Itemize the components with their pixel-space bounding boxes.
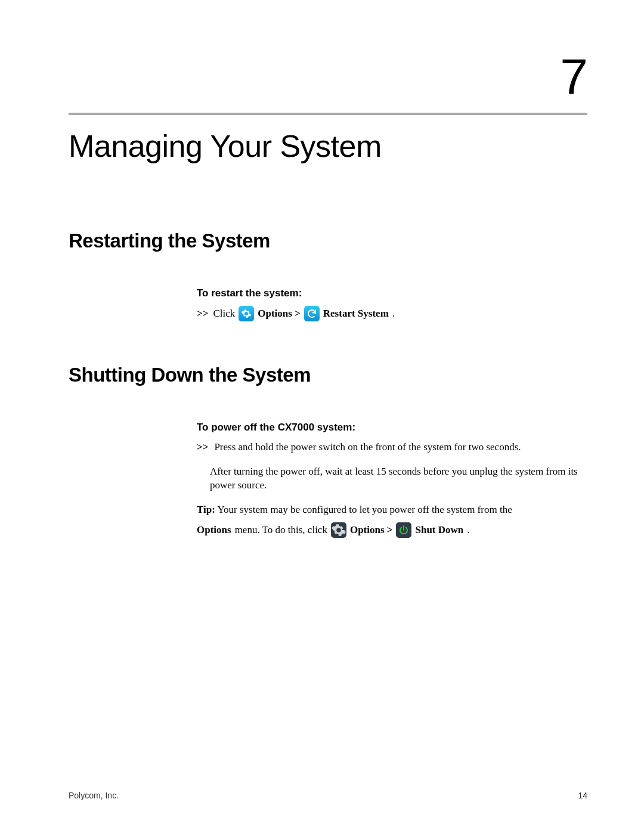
gear-dark-icon xyxy=(331,522,346,538)
restart-step-row: >> Click Options > Restart System. xyxy=(197,306,587,322)
restart-system-label: Restart System xyxy=(323,307,389,321)
shutdown-label: Shut Down xyxy=(415,524,463,537)
tip-row-1: Tip: Your system may be configured to le… xyxy=(197,503,587,517)
menu-text: menu. To do this, click xyxy=(235,524,327,537)
power-icon xyxy=(396,522,411,538)
footer-page-number: 14 xyxy=(578,791,587,800)
gear-icon xyxy=(239,306,254,321)
footer-company: Polycom, Inc. xyxy=(69,791,119,800)
dot-2: . xyxy=(467,524,469,537)
step-marker-2: >> xyxy=(197,441,208,454)
options-menu-word: Options xyxy=(197,524,231,537)
shutdown-step-text: Press and hold the power switch on the f… xyxy=(214,441,521,454)
tip-label: Tip: xyxy=(197,504,215,515)
after-text: After turning the power off, wait at lea… xyxy=(210,465,587,493)
tip-row-2: Options menu. To do this, click Options … xyxy=(197,523,587,538)
chapter-rule xyxy=(69,113,587,115)
restart-proc-heading: To restart the system: xyxy=(197,287,587,301)
restart-icon xyxy=(304,306,320,321)
section-shutdown-heading: Shutting Down the System xyxy=(69,364,587,386)
chapter-title: Managing Your System xyxy=(69,128,587,164)
options-label-2: Options > xyxy=(350,524,393,537)
step-marker: >> xyxy=(197,307,208,321)
shutdown-step: >> Press and hold the power switch on th… xyxy=(197,441,587,454)
page: 7 Managing Your System Restarting the Sy… xyxy=(0,0,644,833)
dot: . xyxy=(392,307,395,321)
shutdown-proc-heading: To power off the CX7000 system: xyxy=(197,421,587,435)
tip-text-1: Your system may be configured to let you… xyxy=(218,504,512,515)
page-footer: Polycom, Inc. 14 xyxy=(69,791,587,800)
section-restarting-heading: Restarting the System xyxy=(69,230,587,252)
chapter-number: 7 xyxy=(69,48,587,106)
restart-block: To restart the system: >> Click Options … xyxy=(197,287,587,322)
options-label: Options > xyxy=(258,307,301,321)
click-text: Click xyxy=(213,307,235,321)
shutdown-block: To power off the CX7000 system: >> Press… xyxy=(197,421,587,538)
